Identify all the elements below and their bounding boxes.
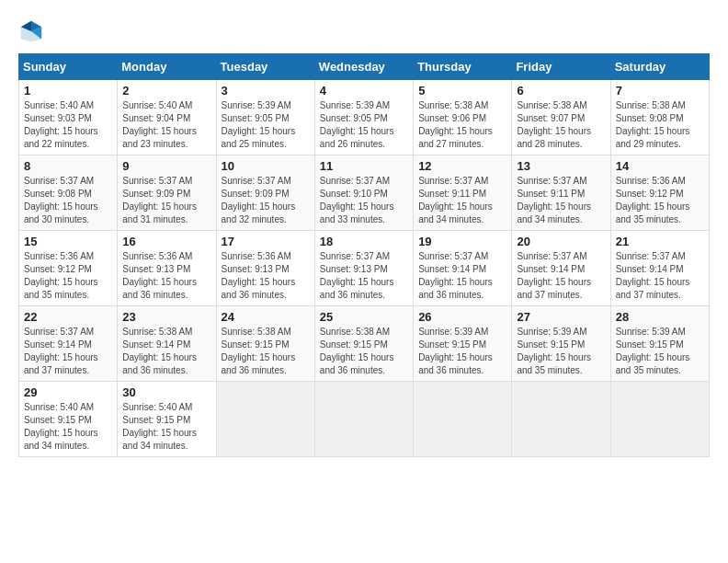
day-number: 15 — [24, 235, 112, 248]
logo — [18, 18, 50, 44]
day-number: 5 — [418, 84, 506, 98]
calendar-cell: 20 Sunrise: 5:37 AM Sunset: 9:14 PM Dayl… — [512, 231, 610, 306]
day-number: 20 — [517, 235, 605, 248]
calendar-cell: 4 Sunrise: 5:39 AM Sunset: 9:05 PM Dayli… — [314, 80, 413, 155]
day-info: Sunrise: 5:36 AM Sunset: 9:13 PM Dayligh… — [122, 250, 210, 302]
calendar-cell: 10 Sunrise: 5:37 AM Sunset: 9:09 PM Dayl… — [216, 155, 314, 231]
day-info: Sunrise: 5:37 AM Sunset: 9:11 PM Dayligh… — [517, 175, 605, 226]
calendar-cell: 30 Sunrise: 5:40 AM Sunset: 9:15 PM Dayl… — [118, 382, 216, 457]
calendar-cell: 21 Sunrise: 5:37 AM Sunset: 9:14 PM Dayl… — [610, 231, 709, 306]
day-number: 14 — [616, 159, 704, 173]
weekday-header-row: SundayMondayTuesdayWednesdayThursdayFrid… — [19, 54, 710, 80]
day-number: 21 — [616, 235, 704, 248]
calendar-cell: 8 Sunrise: 5:37 AM Sunset: 9:08 PM Dayli… — [19, 155, 118, 231]
calendar-cell — [314, 382, 413, 457]
day-number: 28 — [616, 310, 704, 324]
calendar-table: SundayMondayTuesdayWednesdayThursdayFrid… — [18, 53, 710, 457]
calendar-cell — [414, 382, 512, 457]
calendar-cell: 1 Sunrise: 5:40 AM Sunset: 9:03 PM Dayli… — [19, 80, 118, 155]
calendar-week-5: 29 Sunrise: 5:40 AM Sunset: 9:15 PM Dayl… — [19, 382, 710, 457]
weekday-header-monday: Monday — [118, 54, 216, 80]
day-info: Sunrise: 5:36 AM Sunset: 9:12 PM Dayligh… — [24, 250, 112, 302]
calendar-week-4: 22 Sunrise: 5:37 AM Sunset: 9:14 PM Dayl… — [19, 306, 710, 382]
day-number: 6 — [517, 84, 605, 98]
calendar-body: 1 Sunrise: 5:40 AM Sunset: 9:03 PM Dayli… — [19, 80, 710, 457]
day-number: 18 — [320, 235, 408, 248]
calendar-week-3: 15 Sunrise: 5:36 AM Sunset: 9:12 PM Dayl… — [19, 231, 710, 306]
day-number: 22 — [24, 310, 112, 324]
calendar-cell: 29 Sunrise: 5:40 AM Sunset: 9:15 PM Dayl… — [19, 382, 118, 457]
weekday-header-thursday: Thursday — [414, 54, 512, 80]
day-number: 17 — [222, 235, 310, 248]
day-number: 27 — [517, 310, 605, 324]
day-info: Sunrise: 5:37 AM Sunset: 9:14 PM Dayligh… — [616, 250, 704, 302]
day-info: Sunrise: 5:37 AM Sunset: 9:08 PM Dayligh… — [24, 175, 112, 226]
calendar-week-2: 8 Sunrise: 5:37 AM Sunset: 9:08 PM Dayli… — [19, 155, 710, 231]
calendar-cell: 25 Sunrise: 5:38 AM Sunset: 9:15 PM Dayl… — [314, 306, 413, 382]
day-info: Sunrise: 5:39 AM Sunset: 9:15 PM Dayligh… — [517, 326, 605, 377]
day-info: Sunrise: 5:39 AM Sunset: 9:15 PM Dayligh… — [616, 326, 704, 377]
calendar-cell — [512, 382, 610, 457]
day-number: 11 — [320, 159, 408, 173]
day-number: 26 — [418, 310, 506, 324]
day-number: 13 — [517, 159, 605, 173]
day-info: Sunrise: 5:37 AM Sunset: 9:11 PM Dayligh… — [418, 175, 506, 226]
page-header — [18, 18, 710, 44]
day-info: Sunrise: 5:37 AM Sunset: 9:13 PM Dayligh… — [320, 250, 408, 302]
calendar-cell: 19 Sunrise: 5:37 AM Sunset: 9:14 PM Dayl… — [414, 231, 512, 306]
calendar-cell: 3 Sunrise: 5:39 AM Sunset: 9:05 PM Dayli… — [216, 80, 314, 155]
day-number: 3 — [222, 84, 310, 98]
day-number: 2 — [122, 84, 210, 98]
calendar-cell: 28 Sunrise: 5:39 AM Sunset: 9:15 PM Dayl… — [610, 306, 709, 382]
calendar-cell — [610, 382, 709, 457]
calendar-cell: 16 Sunrise: 5:36 AM Sunset: 9:13 PM Dayl… — [118, 231, 216, 306]
day-info: Sunrise: 5:39 AM Sunset: 9:05 PM Dayligh… — [222, 99, 310, 151]
calendar-cell: 11 Sunrise: 5:37 AM Sunset: 9:10 PM Dayl… — [314, 155, 413, 231]
day-number: 9 — [122, 159, 210, 173]
calendar-cell: 6 Sunrise: 5:38 AM Sunset: 9:07 PM Dayli… — [512, 80, 610, 155]
day-info: Sunrise: 5:37 AM Sunset: 9:14 PM Dayligh… — [418, 250, 506, 302]
calendar-cell: 27 Sunrise: 5:39 AM Sunset: 9:15 PM Dayl… — [512, 306, 610, 382]
day-number: 24 — [222, 310, 310, 324]
weekday-header-tuesday: Tuesday — [216, 54, 314, 80]
calendar-cell: 2 Sunrise: 5:40 AM Sunset: 9:04 PM Dayli… — [118, 80, 216, 155]
logo-icon — [18, 18, 44, 44]
day-info: Sunrise: 5:40 AM Sunset: 9:15 PM Dayligh… — [24, 401, 112, 453]
calendar-cell: 26 Sunrise: 5:39 AM Sunset: 9:15 PM Dayl… — [414, 306, 512, 382]
calendar-cell — [216, 382, 314, 457]
day-number: 10 — [222, 159, 310, 173]
day-info: Sunrise: 5:37 AM Sunset: 9:14 PM Dayligh… — [24, 326, 112, 377]
day-number: 19 — [418, 235, 506, 248]
calendar-cell: 13 Sunrise: 5:37 AM Sunset: 9:11 PM Dayl… — [512, 155, 610, 231]
day-info: Sunrise: 5:39 AM Sunset: 9:15 PM Dayligh… — [418, 326, 506, 377]
calendar-cell: 14 Sunrise: 5:36 AM Sunset: 9:12 PM Dayl… — [610, 155, 709, 231]
day-info: Sunrise: 5:37 AM Sunset: 9:09 PM Dayligh… — [222, 175, 310, 226]
day-number: 4 — [320, 84, 408, 98]
day-info: Sunrise: 5:36 AM Sunset: 9:13 PM Dayligh… — [222, 250, 310, 302]
day-info: Sunrise: 5:39 AM Sunset: 9:05 PM Dayligh… — [320, 99, 408, 151]
calendar-cell: 24 Sunrise: 5:38 AM Sunset: 9:15 PM Dayl… — [216, 306, 314, 382]
day-info: Sunrise: 5:37 AM Sunset: 9:09 PM Dayligh… — [122, 175, 210, 226]
weekday-header-saturday: Saturday — [610, 54, 709, 80]
calendar-header: SundayMondayTuesdayWednesdayThursdayFrid… — [19, 54, 710, 80]
day-info: Sunrise: 5:37 AM Sunset: 9:10 PM Dayligh… — [320, 175, 408, 226]
day-info: Sunrise: 5:38 AM Sunset: 9:15 PM Dayligh… — [222, 326, 310, 377]
day-info: Sunrise: 5:38 AM Sunset: 9:08 PM Dayligh… — [616, 99, 704, 151]
calendar-cell: 5 Sunrise: 5:38 AM Sunset: 9:06 PM Dayli… — [414, 80, 512, 155]
day-info: Sunrise: 5:40 AM Sunset: 9:04 PM Dayligh… — [122, 99, 210, 151]
calendar-cell: 17 Sunrise: 5:36 AM Sunset: 9:13 PM Dayl… — [216, 231, 314, 306]
day-number: 8 — [24, 159, 112, 173]
day-number: 7 — [616, 84, 704, 98]
day-info: Sunrise: 5:37 AM Sunset: 9:14 PM Dayligh… — [517, 250, 605, 302]
calendar-cell: 12 Sunrise: 5:37 AM Sunset: 9:11 PM Dayl… — [414, 155, 512, 231]
day-info: Sunrise: 5:40 AM Sunset: 9:03 PM Dayligh… — [24, 99, 112, 151]
day-number: 23 — [122, 310, 210, 324]
day-info: Sunrise: 5:38 AM Sunset: 9:07 PM Dayligh… — [517, 99, 605, 151]
calendar-cell: 23 Sunrise: 5:38 AM Sunset: 9:14 PM Dayl… — [118, 306, 216, 382]
day-number: 30 — [122, 385, 210, 399]
day-info: Sunrise: 5:40 AM Sunset: 9:15 PM Dayligh… — [122, 401, 210, 453]
day-number: 1 — [24, 84, 112, 98]
calendar-cell: 15 Sunrise: 5:36 AM Sunset: 9:12 PM Dayl… — [19, 231, 118, 306]
weekday-header-friday: Friday — [512, 54, 610, 80]
day-info: Sunrise: 5:36 AM Sunset: 9:12 PM Dayligh… — [616, 175, 704, 226]
